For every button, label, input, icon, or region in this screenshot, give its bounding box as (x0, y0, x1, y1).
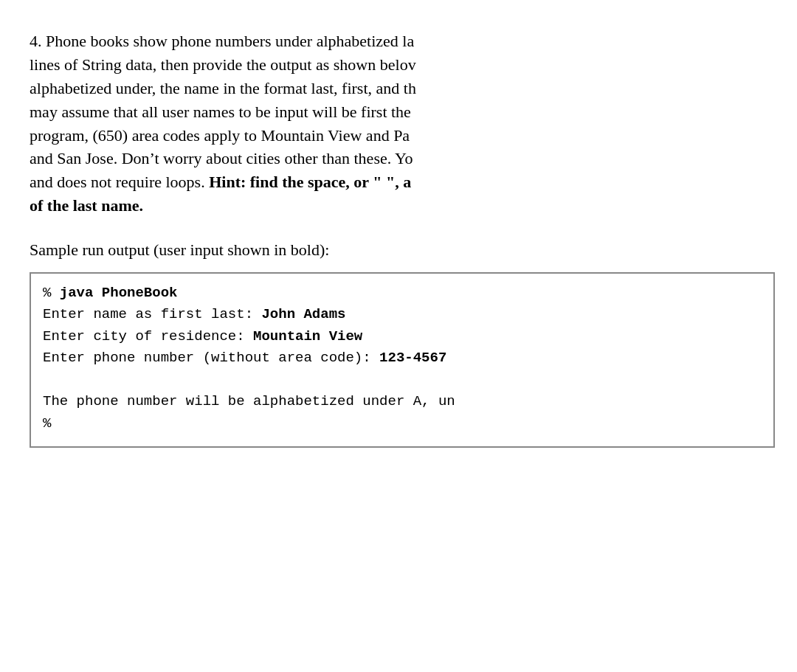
code-line-3: Enter city of residence: Mountain View (43, 326, 762, 347)
code-line-4: Enter phone number (without area code): … (43, 347, 762, 369)
problem-line-7: and does not require loops. Hint: find t… (30, 170, 775, 194)
problem-line-6: and San Jose. Don’t worry about cities o… (30, 147, 775, 170)
problem-line-8: of the last name. (30, 194, 775, 218)
code-line-7: % (43, 413, 762, 434)
code-line-4-input: 123-4567 (379, 350, 446, 366)
code-line-6: The phone number will be alphabetized un… (43, 391, 762, 412)
code-line-blank (43, 370, 762, 391)
problem-line-8-bold: of the last name. (30, 196, 143, 215)
problem-line-7-normal: and does not require loops. (30, 173, 209, 191)
problem-line-3: alphabetized under, the name in the form… (30, 77, 775, 100)
sample-heading: Sample run output (user input shown in b… (30, 238, 775, 262)
code-line-2-prefix: Enter name as first last: (43, 306, 261, 322)
code-line-6-prefix: The phone number will be alphabetized un… (43, 393, 455, 409)
code-line-2: Enter name as first last: John Adams (43, 304, 762, 325)
code-line-3-prefix: Enter city of residence: (43, 328, 253, 344)
problem-line-2: lines of String data, then provide the o… (30, 53, 775, 77)
code-java-command: java PhoneBook (60, 285, 178, 301)
problem-line-1: 4. Phone books show phone numbers under … (30, 30, 775, 53)
problem-line-4: may assume that all user names to be inp… (30, 100, 775, 124)
code-line-3-input: Mountain View (253, 328, 362, 344)
code-output-box: % java PhoneBook Enter name as first las… (30, 272, 775, 448)
problem-description: 4. Phone books show phone numbers under … (30, 30, 775, 218)
problem-line-7-bold: Hint: find the space, or " ", a (209, 173, 411, 191)
code-line-2-input: John Adams (261, 306, 345, 322)
problem-line-5: program, (650) area codes apply to Mount… (30, 124, 775, 148)
code-line-4-prefix: Enter phone number (without area code): (43, 350, 379, 366)
code-line-1: % java PhoneBook (43, 283, 762, 304)
